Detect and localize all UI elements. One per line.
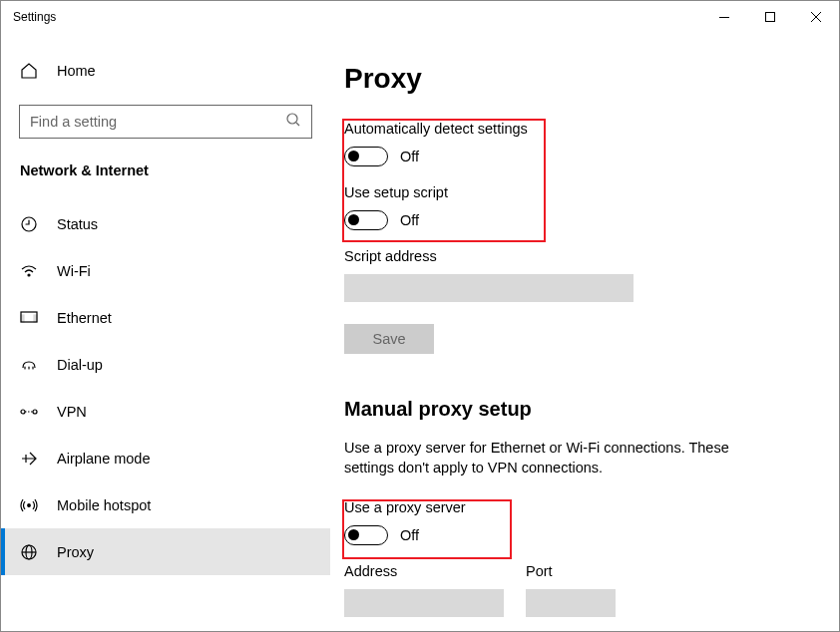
auto-detect-state: Off [400,149,419,164]
auto-detect-toggle[interactable] [344,147,388,166]
use-proxy-label: Use a proxy server [344,499,795,515]
close-button[interactable] [793,1,839,33]
search-icon [285,112,301,132]
page-title: Proxy [344,63,795,95]
svg-point-4 [287,114,297,124]
script-address-input[interactable] [344,274,633,302]
svg-point-12 [33,410,37,414]
save-button[interactable]: Save [344,324,434,354]
nav-label: Proxy [57,544,94,560]
nav-item-dialup[interactable]: Dial-up [1,341,330,388]
nav-label: Airplane mode [57,451,151,467]
ethernet-icon [19,308,39,328]
proxy-port-input[interactable] [526,589,616,617]
setup-script-state: Off [400,212,419,228]
minimize-button[interactable] [701,1,747,33]
auto-detect-label: Automatically detect settings [344,121,795,137]
home-label: Home [57,63,96,79]
proxy-address-input[interactable] [344,589,504,617]
nav-list: Status Wi-Fi Ethernet Dial-up [1,200,330,575]
dialup-icon [19,355,39,375]
wifi-icon [19,261,39,281]
svg-rect-10 [34,315,37,322]
maximize-button[interactable] [747,1,793,33]
status-icon [19,214,39,234]
home-icon [19,61,39,81]
nav-item-proxy[interactable]: Proxy [1,528,330,575]
use-proxy-state: Off [400,527,419,543]
nav-item-hotspot[interactable]: Mobile hotspot [1,481,330,528]
proxy-icon [19,542,39,562]
window-title: Settings [13,10,56,24]
nav-label: Mobile hotspot [57,497,151,513]
manual-description: Use a proxy server for Ethernet or Wi-Fi… [344,439,773,477]
search-box[interactable] [19,105,312,139]
port-label: Port [526,563,616,579]
main-panel: Proxy Automatically detect settings Off … [330,33,839,631]
use-proxy-toggle[interactable] [344,525,388,545]
svg-rect-9 [21,315,24,322]
setup-script-label: Use setup script [344,184,795,200]
svg-rect-1 [766,13,775,22]
airplane-icon [19,449,39,469]
nav-item-vpn[interactable]: VPN [1,388,330,435]
script-address-label: Script address [344,248,795,264]
nav-label: Status [57,216,98,232]
window-controls [701,1,839,33]
nav-item-airplane[interactable]: Airplane mode [1,435,330,481]
nav-label: Dial-up [57,357,103,373]
nav-item-status[interactable]: Status [1,200,330,247]
setup-script-toggle[interactable] [344,210,388,230]
sidebar: Home Network & Internet Status Wi-Fi [1,33,330,631]
svg-line-5 [296,123,299,126]
svg-point-14 [28,503,31,506]
nav-label: Wi-Fi [57,263,91,279]
svg-point-11 [21,410,25,414]
hotspot-icon [19,495,39,515]
home-link[interactable]: Home [19,51,312,91]
vpn-icon [19,402,39,422]
svg-rect-0 [719,17,729,18]
titlebar: Settings [1,1,839,33]
nav-label: Ethernet [57,310,112,326]
nav-item-ethernet[interactable]: Ethernet [1,294,330,341]
address-label: Address [344,563,504,579]
section-title: Network & Internet [19,162,312,178]
manual-header: Manual proxy setup [344,398,795,421]
nav-label: VPN [57,404,87,420]
svg-point-7 [28,274,30,276]
nav-item-wifi[interactable]: Wi-Fi [1,247,330,294]
search-input[interactable] [30,114,285,130]
